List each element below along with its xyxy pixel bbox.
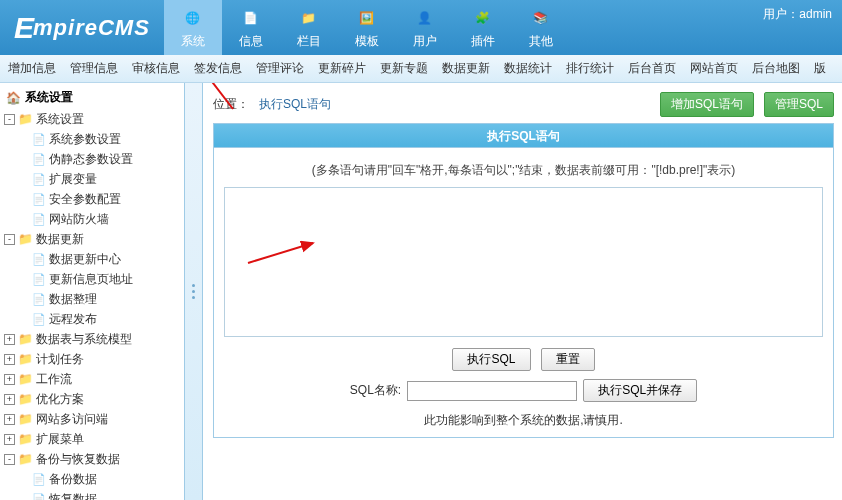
execute-save-button[interactable] bbox=[583, 379, 697, 402]
folder-icon: 📁 bbox=[18, 109, 33, 129]
expand-icon[interactable]: + bbox=[4, 414, 15, 425]
expand-icon[interactable]: + bbox=[4, 394, 15, 405]
topnav-item-2[interactable]: 📁栏目 bbox=[280, 0, 338, 55]
subnav-item-8[interactable]: 数据统计 bbox=[504, 60, 552, 77]
tree-label: 扩展菜单 bbox=[36, 429, 84, 449]
folder-icon: 📁 bbox=[18, 449, 33, 469]
breadcrumb-row: 位置： 执行SQL语句 增加SQL语句 管理SQL bbox=[213, 91, 834, 117]
topnav-item-0[interactable]: 🌐系统 bbox=[164, 0, 222, 55]
folder-icon: 📁 bbox=[18, 429, 33, 449]
topnav-label: 信息 bbox=[239, 33, 263, 50]
collapse-icon[interactable]: - bbox=[4, 234, 15, 245]
tree-folder[interactable]: +📁扩展菜单 bbox=[4, 429, 180, 449]
topnav-item-3[interactable]: 🖼️模板 bbox=[338, 0, 396, 55]
user-name[interactable]: admin bbox=[799, 7, 832, 21]
topnav-icon: 🧩 bbox=[470, 5, 496, 31]
tree-file[interactable]: 📄恢复数据 bbox=[18, 489, 180, 500]
tree-folder[interactable]: -📁系统设置 bbox=[4, 109, 180, 129]
add-sql-button[interactable]: 增加SQL语句 bbox=[660, 92, 754, 117]
subnav-item-1[interactable]: 管理信息 bbox=[70, 60, 118, 77]
tree-file[interactable]: 📄备份数据 bbox=[18, 469, 180, 489]
expand-icon[interactable]: + bbox=[4, 374, 15, 385]
reset-button[interactable] bbox=[541, 348, 595, 371]
tree-label: 更新信息页地址 bbox=[49, 269, 133, 289]
file-icon: 📄 bbox=[32, 249, 46, 269]
topnav-icon: 📚 bbox=[528, 5, 554, 31]
file-icon: 📄 bbox=[32, 469, 46, 489]
collapse-icon[interactable]: - bbox=[4, 454, 15, 465]
breadcrumb-page: 执行SQL语句 bbox=[259, 96, 331, 113]
topnav-item-4[interactable]: 👤用户 bbox=[396, 0, 454, 55]
file-icon: 📄 bbox=[32, 209, 46, 229]
folder-icon: 📁 bbox=[18, 229, 33, 249]
sidebar-title: 🏠 系统设置 bbox=[6, 89, 180, 106]
collapse-icon[interactable]: - bbox=[4, 114, 15, 125]
topnav-icon: 🌐 bbox=[180, 5, 206, 31]
tree-file[interactable]: 📄系统参数设置 bbox=[18, 129, 180, 149]
topnav-item-6[interactable]: 📚其他 bbox=[512, 0, 570, 55]
sidebar-title-text: 系统设置 bbox=[25, 89, 73, 106]
logo: EmpireCMS bbox=[0, 0, 164, 55]
main-area: 🏠 系统设置 -📁系统设置📄系统参数设置📄伪静态参数设置📄扩展变量📄安全参数配置… bbox=[0, 83, 842, 500]
execute-sql-button[interactable] bbox=[452, 348, 530, 371]
tree-folder[interactable]: +📁数据表与系统模型 bbox=[4, 329, 180, 349]
tree-folder[interactable]: -📁数据更新 bbox=[4, 229, 180, 249]
subnav-item-0[interactable]: 增加信息 bbox=[8, 60, 56, 77]
subnav-item-7[interactable]: 数据更新 bbox=[442, 60, 490, 77]
tree-folder[interactable]: +📁网站多访问端 bbox=[4, 409, 180, 429]
tree-label: 备份与恢复数据 bbox=[36, 449, 120, 469]
folder-icon: 📁 bbox=[18, 389, 33, 409]
user-label: 用户： bbox=[763, 7, 799, 21]
tree-file[interactable]: 📄网站防火墙 bbox=[18, 209, 180, 229]
expand-icon[interactable]: + bbox=[4, 434, 15, 445]
breadcrumb-label: 位置： bbox=[213, 96, 249, 113]
subnav-item-6[interactable]: 更新专题 bbox=[380, 60, 428, 77]
sql-name-input[interactable] bbox=[407, 381, 577, 401]
tree-label: 数据表与系统模型 bbox=[36, 329, 132, 349]
subnav-item-9[interactable]: 排行统计 bbox=[566, 60, 614, 77]
topnav-icon: 📄 bbox=[238, 5, 264, 31]
manage-sql-button[interactable]: 管理SQL bbox=[764, 92, 834, 117]
tree-folder[interactable]: +📁工作流 bbox=[4, 369, 180, 389]
topnav-item-1[interactable]: 📄信息 bbox=[222, 0, 280, 55]
tree-label: 网站多访问端 bbox=[36, 409, 108, 429]
file-icon: 📄 bbox=[32, 189, 46, 209]
topnav-icon: 👤 bbox=[412, 5, 438, 31]
tree-folder[interactable]: -📁备份与恢复数据 bbox=[4, 449, 180, 469]
subnav-item-4[interactable]: 管理评论 bbox=[256, 60, 304, 77]
subnav-item-2[interactable]: 审核信息 bbox=[132, 60, 180, 77]
tree-label: 伪静态参数设置 bbox=[49, 149, 133, 169]
tree-file[interactable]: 📄安全参数配置 bbox=[18, 189, 180, 209]
subnav-item-13[interactable]: 版 bbox=[814, 60, 826, 77]
tree-file[interactable]: 📄数据更新中心 bbox=[18, 249, 180, 269]
subnav-item-3[interactable]: 签发信息 bbox=[194, 60, 242, 77]
tree-file[interactable]: 📄更新信息页地址 bbox=[18, 269, 180, 289]
tree-label: 优化方案 bbox=[36, 389, 84, 409]
expand-icon[interactable]: + bbox=[4, 334, 15, 345]
splitter[interactable] bbox=[185, 83, 203, 500]
file-icon: 📄 bbox=[32, 269, 46, 289]
tree-folder[interactable]: +📁优化方案 bbox=[4, 389, 180, 409]
subnav-item-10[interactable]: 后台首页 bbox=[628, 60, 676, 77]
tree-file[interactable]: 📄伪静态参数设置 bbox=[18, 149, 180, 169]
top-nav: 🌐系统📄信息📁栏目🖼️模板👤用户🧩插件📚其他 bbox=[164, 0, 570, 55]
tree-file[interactable]: 📄数据整理 bbox=[18, 289, 180, 309]
file-icon: 📄 bbox=[32, 489, 46, 500]
topnav-item-5[interactable]: 🧩插件 bbox=[454, 0, 512, 55]
panel-title: 执行SQL语句 bbox=[214, 124, 833, 148]
sql-panel: 执行SQL语句 (多条语句请用"回车"格开,每条语句以";"结束，数据表前缀可用… bbox=[213, 123, 834, 438]
tree-folder[interactable]: +📁计划任务 bbox=[4, 349, 180, 369]
sql-textarea[interactable] bbox=[224, 187, 823, 337]
tree-label: 安全参数配置 bbox=[49, 189, 121, 209]
subnav-item-12[interactable]: 后台地图 bbox=[752, 60, 800, 77]
file-icon: 📄 bbox=[32, 149, 46, 169]
tree-file[interactable]: 📄远程发布 bbox=[18, 309, 180, 329]
content-pane: 位置： 执行SQL语句 增加SQL语句 管理SQL 执行SQL语句 (多条语句请… bbox=[203, 83, 842, 500]
tree-file[interactable]: 📄扩展变量 bbox=[18, 169, 180, 189]
logo-text: mpireCMS bbox=[33, 15, 150, 41]
tree-label: 数据更新 bbox=[36, 229, 84, 249]
subnav-item-5[interactable]: 更新碎片 bbox=[318, 60, 366, 77]
button-row-2: SQL名称: bbox=[224, 379, 823, 402]
expand-icon[interactable]: + bbox=[4, 354, 15, 365]
subnav-item-11[interactable]: 网站首页 bbox=[690, 60, 738, 77]
